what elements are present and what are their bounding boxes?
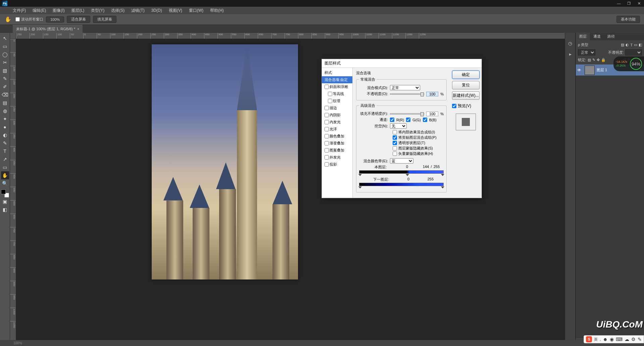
style-gradient-overlay[interactable]: 渐变叠加 xyxy=(322,140,352,147)
opacity-input[interactable] xyxy=(426,92,438,96)
fit-screen-button[interactable]: 适合屏幕 xyxy=(67,16,90,23)
ime-logo-icon[interactable]: S xyxy=(586,336,592,342)
ime-skin-icon[interactable]: ✎ xyxy=(638,337,642,342)
opacity-slider[interactable] xyxy=(390,93,424,95)
layer-thumbnail[interactable] xyxy=(585,66,595,75)
scroll-all-checkbox[interactable] xyxy=(15,17,20,21)
pen-tool[interactable]: ✎ xyxy=(1,139,9,147)
fill-opacity-input[interactable] xyxy=(426,112,438,116)
channel-r-checkbox[interactable] xyxy=(390,118,394,122)
style-outer-glow[interactable]: 外发光 xyxy=(322,154,352,161)
blur-tool[interactable]: ◐ xyxy=(1,131,9,139)
actions-panel-icon[interactable]: ▸ xyxy=(566,50,574,58)
style-blend-options[interactable]: 混合选项:自定 xyxy=(322,76,352,83)
channel-g-checkbox[interactable] xyxy=(406,118,410,122)
healing-tool[interactable]: ✐ xyxy=(1,83,9,91)
filter-type-icon[interactable]: T xyxy=(630,43,633,47)
tab-channels[interactable]: 通道 xyxy=(590,33,604,40)
menu-3d[interactable]: 3D(D) xyxy=(148,8,165,13)
lock-transparency-icon[interactable]: ▨ xyxy=(588,58,591,62)
brush-tool[interactable]: ⌫ xyxy=(1,91,9,99)
quick-select-tool[interactable]: ✂ xyxy=(1,58,9,67)
crop-tool[interactable]: ▧ xyxy=(1,67,9,75)
style-inner-glow[interactable]: 内发光 xyxy=(322,119,352,126)
ime-settings-icon[interactable]: ⚙ xyxy=(631,337,636,342)
quick-mask-icon[interactable]: ◧ xyxy=(1,206,9,214)
marquee-tool[interactable]: ▭ xyxy=(1,42,9,50)
eyedropper-tool[interactable]: ✎ xyxy=(1,75,9,83)
visibility-icon[interactable]: 👁 xyxy=(577,68,583,73)
scroll-all-windows-checkbox[interactable]: 滚动所有窗口 xyxy=(15,17,43,22)
filter-shape-icon[interactable]: ▭ xyxy=(634,43,637,47)
transparency-shapes-checkbox[interactable] xyxy=(393,141,397,145)
ime-voice-icon[interactable]: ◉ xyxy=(610,337,614,342)
maximize-button[interactable]: ❐ xyxy=(624,0,634,7)
ime-punct[interactable]: , xyxy=(600,337,601,341)
preview-checkbox[interactable] xyxy=(452,104,456,108)
ime-cloud-icon[interactable]: ☁ xyxy=(625,337,629,342)
style-contour[interactable]: 等高线 xyxy=(322,90,352,97)
tab-paths[interactable]: 路径 xyxy=(604,33,618,40)
menu-image[interactable]: 图像(I) xyxy=(49,8,68,13)
shape-tool[interactable]: ▭ xyxy=(1,163,9,171)
opacity-select[interactable] xyxy=(625,49,642,55)
new-style-button[interactable]: 新建样式(W)... xyxy=(452,91,480,100)
fill-screen-button[interactable]: 填充屏幕 xyxy=(93,16,116,23)
menu-filter[interactable]: 滤镜(T) xyxy=(128,8,148,13)
menu-view[interactable]: 视图(V) xyxy=(165,8,186,13)
style-pattern-overlay[interactable]: 图案叠加 xyxy=(322,147,352,154)
type-tool[interactable]: T xyxy=(1,147,9,155)
filter-pixel-icon[interactable]: ▨ xyxy=(621,43,624,47)
minimize-button[interactable]: — xyxy=(614,0,624,7)
fill-opacity-slider[interactable] xyxy=(390,113,424,115)
ime-keyboard-icon[interactable]: ⌨ xyxy=(616,337,623,342)
menu-help[interactable]: 帮助(H) xyxy=(207,8,227,13)
tab-layers[interactable]: 图层 xyxy=(576,33,590,40)
blend-mode-dropdown[interactable]: 正常 xyxy=(390,85,420,90)
menu-edit[interactable]: 编辑(E) xyxy=(29,8,49,13)
layer-name[interactable]: 图层 1 xyxy=(597,68,607,73)
style-stroke[interactable]: 描边 xyxy=(322,104,352,112)
filter-smart-icon[interactable]: ◧ xyxy=(639,43,642,47)
path-select-tool[interactable]: ↗ xyxy=(1,155,9,163)
this-layer-gradient[interactable] xyxy=(359,170,444,174)
lasso-tool[interactable]: ◯ xyxy=(1,50,9,58)
style-bevel[interactable]: 斜面和浮雕 xyxy=(322,83,352,90)
filter-adjust-icon[interactable]: ◐ xyxy=(626,43,629,47)
dialog-title[interactable]: 图层样式 xyxy=(322,59,482,68)
workspace-button[interactable]: 基本功能 xyxy=(616,16,640,23)
cancel-button[interactable]: 复位 xyxy=(452,81,480,89)
blend-if-dropdown[interactable]: 蓝 xyxy=(390,158,413,164)
close-button[interactable]: ✕ xyxy=(634,0,644,7)
gradient-tool[interactable]: ● xyxy=(1,123,9,131)
document-tab[interactable]: 未标题-1 @ 100% (图层 1, RGB/8) * × xyxy=(13,25,83,33)
menu-layer[interactable]: 图层(L) xyxy=(68,8,88,13)
ok-button[interactable]: 确定 xyxy=(452,71,480,79)
underlying-layer-gradient[interactable] xyxy=(359,183,444,186)
lock-position-icon[interactable]: ✥ xyxy=(597,58,600,62)
channel-b-checkbox[interactable] xyxy=(423,118,427,122)
menu-type[interactable]: 类型(Y) xyxy=(88,8,108,13)
stamp-tool[interactable]: ▤ xyxy=(1,99,9,107)
zoom-level-button[interactable]: 100% xyxy=(46,16,64,23)
style-drop-shadow[interactable]: 投影 xyxy=(322,161,352,168)
screen-mode-icon[interactable]: ▣ xyxy=(1,198,9,206)
hand-tool[interactable]: ✋ xyxy=(1,171,9,179)
canvas-area[interactable]: 2502001501005005010015020025030035040045… xyxy=(10,33,576,346)
document-tab-close-icon[interactable]: × xyxy=(77,27,79,31)
menu-select[interactable]: 选择(S) xyxy=(108,8,128,13)
style-satin[interactable]: 光泽 xyxy=(322,126,352,133)
lock-all-icon[interactable]: 🔒 xyxy=(601,58,606,62)
style-inner-shadow[interactable]: 内阴影 xyxy=(322,112,352,119)
blend-interior-checkbox[interactable] xyxy=(393,130,397,134)
zoom-tool[interactable]: 🔍 xyxy=(1,179,9,187)
menu-file[interactable]: 文件(F) xyxy=(9,8,29,13)
eraser-tool[interactable]: ✦ xyxy=(1,115,9,123)
color-swatches[interactable] xyxy=(1,189,9,198)
style-color-overlay[interactable]: 颜色叠加 xyxy=(322,133,352,140)
vector-mask-hides-checkbox[interactable] xyxy=(393,152,397,156)
ime-bar[interactable]: S 英 , ☻ ◉ ⌨ ☁ ⚙ ✎ xyxy=(584,335,644,343)
menu-window[interactable]: 窗口(W) xyxy=(186,8,207,13)
lock-pixels-icon[interactable]: ✎ xyxy=(592,58,595,62)
ime-emoji-icon[interactable]: ☻ xyxy=(603,337,608,342)
